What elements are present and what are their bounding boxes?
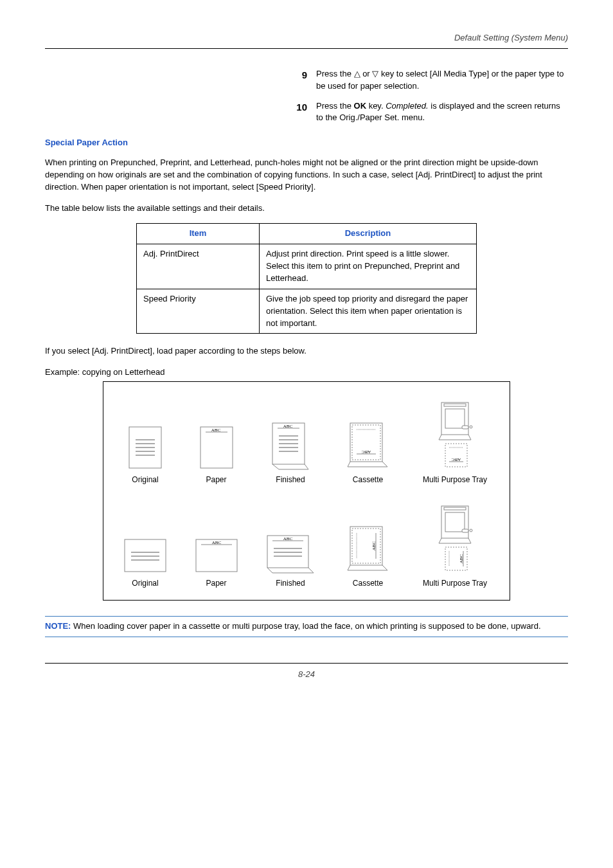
original-icon — [127, 424, 164, 471]
svg-text:ABC: ABC — [211, 428, 220, 433]
svg-text:ABC: ABC — [283, 536, 293, 541]
t: Press the — [316, 69, 354, 78]
step-text: Press the △ or ▽ key to select [All Medi… — [316, 68, 568, 93]
cassette-icon: ABC — [344, 420, 393, 471]
svg-text:ABC: ABC — [361, 449, 371, 455]
svg-point-26 — [470, 426, 472, 428]
paragraph: The table below lists the available sett… — [45, 203, 568, 215]
svg-text:ABC: ABC — [459, 554, 464, 564]
t: or — [360, 69, 373, 78]
table-row: Adj. PrintDirect Adjust print direction.… — [137, 244, 477, 289]
note-block: NOTE: When loading cover paper in a cass… — [45, 616, 568, 637]
example-label: Example: copying on Letterhead — [45, 366, 568, 379]
caption: Original — [116, 578, 174, 589]
steps-block: 9 Press the △ or ▽ key to select [All Me… — [289, 68, 568, 124]
step-number: 9 — [289, 68, 316, 93]
finished-icon: ABC — [270, 420, 311, 471]
svg-text:ABC: ABC — [283, 424, 293, 429]
finished-icon: ABC — [265, 533, 316, 574]
svg-rect-51 — [445, 512, 465, 532]
svg-rect-52 — [462, 529, 468, 532]
col-header-desc: Description — [260, 224, 477, 244]
ok-key: OK — [354, 101, 367, 111]
caption: Paper — [188, 475, 245, 485]
paragraph: When printing on Prepunched, Preprint, a… — [45, 157, 568, 194]
caption: Cassette — [336, 578, 400, 589]
running-header: Default Setting (System Menu) — [45, 32, 568, 44]
diagram-frame: ABC ABC ABC — [103, 381, 510, 601]
note-label: NOTE: — [45, 621, 71, 631]
caption: Cassette — [336, 475, 400, 485]
cell-item: Adj. PrintDirect — [137, 244, 260, 289]
step-10: 10 Press the OK key. Completed. is displ… — [289, 100, 568, 125]
mp-tray-icon: ABC — [426, 400, 484, 471]
svg-rect-6 — [200, 427, 233, 468]
mp-tray-icon: ABC — [426, 503, 484, 574]
caption: Finished — [258, 578, 323, 589]
step-text: Press the OK key. Completed. is displaye… — [316, 100, 568, 125]
status-word: Completed. — [386, 101, 428, 111]
t: Press the — [316, 101, 354, 111]
svg-point-53 — [470, 529, 472, 532]
step-number: 10 — [289, 100, 316, 125]
cell-item: Speed Priority — [137, 289, 260, 334]
triangle-up-icon: △ — [354, 69, 360, 78]
caption: Multi Purpose Tray — [413, 578, 497, 589]
svg-text:ABC: ABC — [211, 540, 221, 545]
svg-rect-50 — [444, 507, 466, 510]
original-icon — [122, 537, 168, 574]
paper-icon: ABC — [193, 537, 240, 574]
triangle-down-icon: ▽ — [372, 69, 378, 78]
step-9: 9 Press the △ or ▽ key to select [All Me… — [289, 68, 568, 93]
cell-desc: Adjust print direction. Print speed is a… — [260, 244, 477, 289]
svg-text:ABC: ABC — [451, 457, 461, 462]
footer-rule — [45, 663, 568, 664]
svg-rect-23 — [444, 404, 466, 406]
svg-rect-24 — [445, 409, 465, 428]
caption: Finished — [258, 475, 323, 485]
note-text: When loading cover paper in a cassette o… — [71, 621, 540, 631]
paragraph: If you select [Adj. PrintDirect], load p… — [45, 345, 568, 357]
section-title: Special Paper Action — [45, 137, 568, 149]
t: key. — [366, 101, 386, 111]
caption: Multi Purpose Tray — [413, 475, 497, 485]
settings-table: Item Description Adj. PrintDirect Adjust… — [136, 223, 477, 334]
page-number: 8-24 — [45, 669, 568, 681]
svg-rect-25 — [462, 426, 468, 429]
col-header-item: Item — [137, 224, 260, 244]
svg-text:ABC: ABC — [371, 541, 377, 551]
cassette-icon: ABC — [344, 524, 393, 574]
table-row: Speed Priority Give the job speed top pr… — [137, 289, 477, 334]
paper-icon: ABC — [198, 424, 235, 471]
caption: Paper — [188, 578, 245, 589]
header-rule — [45, 48, 568, 49]
cell-desc: Give the job speed top priority and disr… — [260, 289, 477, 334]
svg-rect-27 — [445, 444, 467, 467]
caption: Original — [116, 475, 174, 485]
